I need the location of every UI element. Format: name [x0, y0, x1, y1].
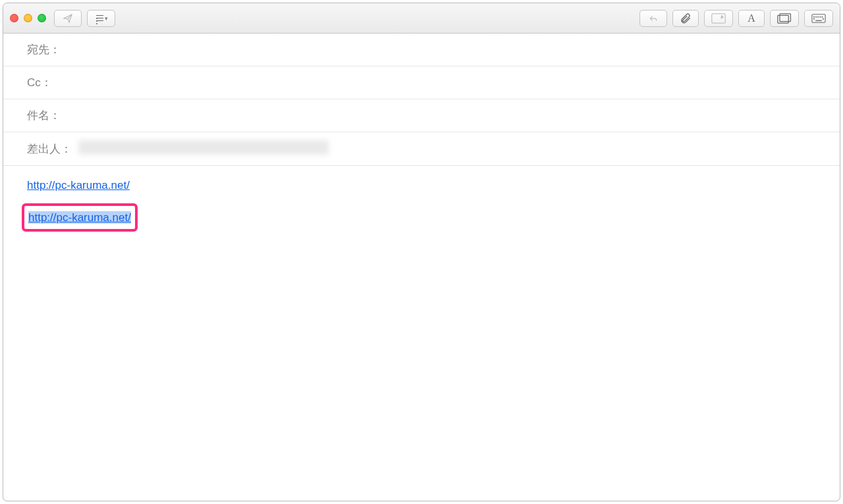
from-field[interactable] [76, 140, 840, 158]
reply-icon [647, 14, 660, 23]
send-icon [61, 13, 74, 24]
svg-point-6 [818, 16, 819, 17]
to-label: 宛先： [27, 42, 61, 57]
photo-browser-button[interactable] [770, 10, 799, 27]
markup-icon [711, 13, 726, 24]
header-fields-menu-button[interactable]: ▾ [87, 10, 115, 27]
minimize-window-button[interactable] [24, 14, 32, 22]
body-line-1: http://pc-karuma.net/ [27, 176, 816, 194]
message-body[interactable]: http://pc-karuma.net/ http://pc-karuma.n… [3, 166, 840, 501]
svg-point-4 [814, 16, 815, 17]
svg-point-8 [822, 16, 823, 17]
photo-stack-icon [777, 13, 792, 24]
chevron-down-icon: ▾ [105, 15, 108, 22]
svg-point-7 [820, 16, 821, 17]
body-link-1[interactable]: http://pc-karuma.net/ [27, 179, 130, 191]
subject-row[interactable]: 件名： [3, 99, 840, 132]
reply-button[interactable] [639, 10, 667, 27]
zoom-window-button[interactable] [38, 14, 46, 22]
from-row[interactable]: 差出人： [3, 132, 840, 165]
from-label: 差出人： [27, 141, 72, 157]
cc-label: Cc： [27, 75, 52, 90]
from-value-redacted [78, 140, 329, 155]
list-icon [94, 14, 103, 22]
svg-rect-11 [815, 20, 821, 20]
body-link-2[interactable]: http://pc-karuma.net/ [28, 211, 131, 224]
subject-label: 件名： [27, 108, 61, 123]
message-headers: 宛先： Cc： 件名： 差出人： [3, 34, 840, 166]
attach-button[interactable] [672, 10, 699, 27]
svg-rect-0 [712, 13, 725, 22]
titlebar: ▾ [3, 3, 840, 34]
paperclip-icon [680, 13, 692, 24]
markup-button[interactable] [704, 10, 733, 27]
compose-window: ▾ [3, 3, 840, 501]
emoji-keyboard-icon [811, 14, 826, 23]
emoji-picker-button[interactable] [804, 10, 833, 27]
svg-point-5 [816, 16, 817, 17]
svg-point-10 [823, 18, 824, 19]
to-row[interactable]: 宛先： [3, 34, 840, 66]
format-button[interactable]: A [738, 10, 765, 27]
send-button[interactable] [54, 10, 82, 27]
traffic-lights [10, 14, 46, 22]
cc-row[interactable]: Cc： [3, 66, 840, 99]
close-window-button[interactable] [10, 14, 18, 22]
format-text-icon: A [748, 13, 755, 24]
svg-point-9 [814, 18, 815, 19]
annotation-highlight-box: http://pc-karuma.net/ [22, 203, 138, 232]
